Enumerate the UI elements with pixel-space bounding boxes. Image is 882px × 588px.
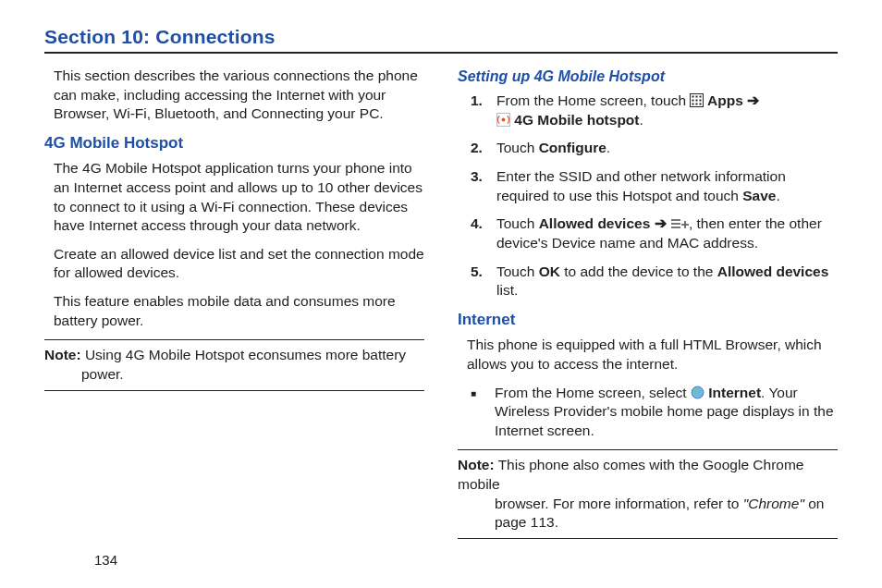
internet-label: Internet bbox=[704, 385, 761, 400]
svg-rect-6 bbox=[700, 100, 702, 102]
arrow-icon: ➔ bbox=[655, 215, 670, 231]
chrome-ref: "Chrome" bbox=[743, 496, 808, 511]
manual-page: Section 10: Connections This section des… bbox=[0, 0, 882, 588]
heading-setting-up-hotspot: Setting up 4G Mobile Hotspot bbox=[458, 67, 838, 86]
note-chrome: Note: This phone also comes with the Goo… bbox=[458, 456, 838, 532]
step-4: 4. Touch Allowed devices ➔ , then enter … bbox=[471, 214, 838, 252]
right-column: Setting up 4G Mobile Hotspot 1. From the… bbox=[458, 67, 838, 545]
apps-label: Apps bbox=[704, 92, 747, 108]
add-list-icon bbox=[670, 217, 689, 230]
hotspot-icon bbox=[496, 113, 510, 127]
square-bullet-icon: ■ bbox=[471, 384, 482, 441]
svg-rect-2 bbox=[696, 96, 698, 98]
step-body: From the Home screen, touch Apps ➔ 4G Mo… bbox=[496, 92, 838, 129]
step-body: Touch Configure. bbox=[496, 139, 838, 158]
heading-4g-mobile-hotspot: 4G Mobile Hotspot bbox=[44, 133, 424, 154]
note-cont-line-2: page 113. bbox=[495, 513, 838, 533]
configure-label: Configure bbox=[539, 140, 606, 155]
section-title: Section 10: Connections bbox=[44, 26, 838, 48]
step-text: From the Home screen, touch bbox=[496, 92, 690, 108]
note-cont1: browser. For more information, refer to bbox=[495, 496, 743, 511]
step-number: 2. bbox=[471, 139, 487, 158]
note-text: This phone also comes with the Google Ch… bbox=[458, 457, 803, 492]
step-5: 5. Touch OK to add the device to the All… bbox=[471, 263, 838, 300]
step-number: 1. bbox=[471, 92, 487, 129]
step-body: Touch Allowed devices ➔ , then enter the… bbox=[496, 214, 838, 252]
note-rule-top bbox=[44, 339, 424, 340]
step-number: 3. bbox=[471, 167, 487, 205]
step-tail: . bbox=[606, 140, 610, 155]
svg-rect-3 bbox=[700, 96, 702, 98]
step-body: Enter the SSID and other network informa… bbox=[496, 167, 838, 205]
note-rule-top-2 bbox=[458, 449, 838, 450]
allowed-devices-label: Allowed devices bbox=[539, 215, 655, 231]
note-battery: Note: Using 4G Mobile Hotspot econsumes … bbox=[44, 346, 424, 384]
step-body: Touch OK to add the device to the Allowe… bbox=[496, 263, 838, 300]
bullet-body: From the Home screen, select Internet. Y… bbox=[495, 384, 838, 441]
step-mid: to add the device to the bbox=[560, 263, 717, 279]
hotspot-paragraph-2: Create an allowed device list and set th… bbox=[54, 245, 424, 283]
svg-point-11 bbox=[502, 117, 506, 121]
step-tail: list. bbox=[496, 282, 518, 298]
svg-rect-5 bbox=[696, 100, 698, 102]
svg-rect-7 bbox=[692, 104, 694, 105]
note-rule-bottom-2 bbox=[458, 538, 838, 539]
svg-rect-8 bbox=[696, 104, 698, 105]
apps-grid-icon bbox=[690, 93, 704, 107]
internet-paragraph: This phone is equipped with a full HTML … bbox=[467, 336, 838, 374]
ok-label: OK bbox=[539, 263, 560, 279]
globe-icon bbox=[691, 386, 704, 399]
page-number: 134 bbox=[94, 552, 117, 568]
heading-internet: Internet bbox=[458, 310, 838, 331]
svg-rect-1 bbox=[692, 96, 694, 98]
svg-point-18 bbox=[694, 389, 697, 391]
setup-steps: 1. From the Home screen, touch Apps ➔ 4G… bbox=[471, 92, 838, 300]
step-text: Touch bbox=[496, 263, 539, 279]
hotspot-label: 4G Mobile hotspot bbox=[510, 112, 640, 128]
note-label: Note: bbox=[458, 457, 495, 472]
step-tail: . bbox=[640, 112, 643, 128]
note-cont2: on bbox=[808, 496, 824, 511]
note-text-cont: power. bbox=[81, 365, 424, 385]
internet-bullet-list: ■ From the Home screen, select Internet.… bbox=[471, 384, 838, 441]
step-text: Touch bbox=[496, 215, 539, 231]
step-tail: . bbox=[776, 188, 779, 203]
svg-rect-4 bbox=[692, 100, 694, 102]
bullet-lead: From the Home screen, select bbox=[495, 385, 691, 400]
step-number: 4. bbox=[471, 214, 487, 252]
note-rule-bottom bbox=[44, 390, 424, 391]
hotspot-paragraph-3: This feature enables mobile data and con… bbox=[54, 292, 424, 330]
intro-paragraph: This section describes the various conne… bbox=[54, 67, 424, 124]
svg-rect-9 bbox=[700, 104, 702, 105]
allowed-devices-label-2: Allowed devices bbox=[717, 263, 829, 279]
note-text: Using 4G Mobile Hotspot econsumes more b… bbox=[81, 347, 407, 362]
step-3: 3. Enter the SSID and other network info… bbox=[471, 167, 838, 205]
step-1: 1. From the Home screen, touch Apps ➔ 4G… bbox=[471, 92, 838, 129]
save-label: Save bbox=[742, 188, 776, 203]
step-number: 5. bbox=[471, 263, 487, 300]
two-column-layout: This section describes the various conne… bbox=[44, 67, 838, 545]
title-rule bbox=[44, 52, 838, 54]
left-column: This section describes the various conne… bbox=[44, 67, 424, 545]
note-label: Note: bbox=[44, 347, 81, 362]
internet-bullet: ■ From the Home screen, select Internet.… bbox=[471, 384, 838, 441]
step-text: Touch bbox=[496, 140, 539, 155]
note-cont-line-1: browser. For more information, refer to … bbox=[495, 495, 838, 514]
hotspot-paragraph-1: The 4G Mobile Hotspot application turns … bbox=[54, 159, 424, 235]
arrow-icon: ➔ bbox=[747, 92, 759, 108]
step-2: 2. Touch Configure. bbox=[471, 139, 838, 158]
